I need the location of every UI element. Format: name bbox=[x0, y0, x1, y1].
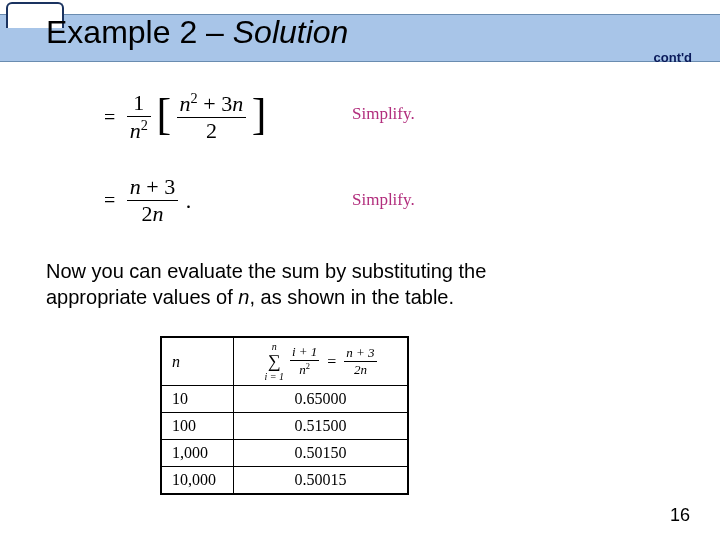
title-solution: Solution bbox=[233, 14, 349, 50]
simplify-label-1: Simplify. bbox=[352, 104, 415, 124]
var-n: n bbox=[130, 118, 141, 143]
sigma-upper: n bbox=[264, 342, 284, 351]
equation-1: = 1 n2 [ n2 + 3n 2 ] bbox=[104, 90, 266, 144]
frac-den: 2 bbox=[177, 117, 247, 144]
const-2: 2 bbox=[141, 201, 152, 226]
fraction-n2-3n-over-2: n2 + 3n 2 bbox=[177, 90, 247, 144]
right-bracket-icon: ] bbox=[252, 95, 267, 135]
equals-sign: = bbox=[104, 106, 115, 129]
frac-num: n + 3 bbox=[127, 174, 178, 200]
header-sum-formula: n ∑ i = 1 i + 1 n2 = n + 3 2n bbox=[234, 338, 408, 386]
values-table: n n ∑ i = 1 i + 1 n2 = n + 3 2n 100.6500… bbox=[160, 336, 409, 495]
frac-den: n2 bbox=[127, 116, 151, 144]
simplify-label-2: Simplify. bbox=[352, 190, 415, 210]
frac-num: n2 + 3n bbox=[177, 90, 247, 117]
table-header-row: n n ∑ i = 1 i + 1 n2 = n + 3 2n bbox=[162, 338, 408, 386]
table-row: 1,0000.50150 bbox=[162, 440, 408, 467]
sigma-lower: i = 1 bbox=[264, 372, 284, 381]
table-row: 1000.51500 bbox=[162, 413, 408, 440]
var-n: n bbox=[180, 91, 191, 116]
body-line-1: Now you can evaluate the sum by substitu… bbox=[46, 260, 486, 282]
frac-n3-2n: n + 3 2n bbox=[344, 345, 376, 378]
sigma-icon: ∑ bbox=[268, 351, 281, 371]
cell-value: 0.50015 bbox=[234, 467, 408, 494]
sigma-block: n ∑ i = 1 bbox=[264, 342, 284, 381]
var-n: n bbox=[130, 174, 141, 199]
period: . bbox=[186, 188, 192, 214]
cell-n: 100 bbox=[162, 413, 234, 440]
body-paragraph: Now you can evaluate the sum by substitu… bbox=[46, 258, 486, 310]
cell-n: 1,000 bbox=[162, 440, 234, 467]
body-line-2a: appropriate values of bbox=[46, 286, 238, 308]
contd-label: cont'd bbox=[654, 50, 692, 65]
equation-2: = n + 3 2n . bbox=[104, 174, 191, 227]
frac-i1-n2: i + 1 n2 bbox=[290, 344, 319, 378]
equals-sign: = bbox=[327, 353, 336, 371]
fraction-n-plus-3-over-2n: n + 3 2n bbox=[127, 174, 178, 227]
plus-3: + 3 bbox=[198, 91, 232, 116]
var-n: n bbox=[152, 201, 163, 226]
frac-den: 2n bbox=[344, 361, 376, 378]
cell-value: 0.65000 bbox=[234, 386, 408, 413]
cell-n: 10 bbox=[162, 386, 234, 413]
body-line-2b: , as shown in the table. bbox=[249, 286, 454, 308]
page-number: 16 bbox=[670, 505, 690, 526]
exp-2: 2 bbox=[141, 117, 148, 133]
frac-den: 2n bbox=[127, 200, 178, 227]
cell-value: 0.50150 bbox=[234, 440, 408, 467]
frac-den: n2 bbox=[290, 360, 319, 378]
header-n: n bbox=[162, 338, 234, 386]
fraction-1-over-n2: 1 n2 bbox=[127, 90, 151, 144]
frac-num: i + 1 bbox=[290, 344, 319, 360]
var-n-inline: n bbox=[238, 286, 249, 308]
slide-title: Example 2 – Solution bbox=[46, 14, 348, 51]
plus-3: + 3 bbox=[141, 174, 175, 199]
frac-num: n + 3 bbox=[344, 345, 376, 361]
table-row: 10,0000.50015 bbox=[162, 467, 408, 494]
table-row: 100.65000 bbox=[162, 386, 408, 413]
cell-n: 10,000 bbox=[162, 467, 234, 494]
frac-num: 1 bbox=[127, 90, 151, 116]
cell-value: 0.51500 bbox=[234, 413, 408, 440]
exp-2: 2 bbox=[306, 361, 310, 371]
exp-2: 2 bbox=[191, 90, 198, 106]
var-n: n bbox=[232, 91, 243, 116]
title-prefix: Example 2 – bbox=[46, 14, 233, 50]
equals-sign: = bbox=[104, 189, 115, 212]
left-bracket-icon: [ bbox=[156, 95, 171, 135]
